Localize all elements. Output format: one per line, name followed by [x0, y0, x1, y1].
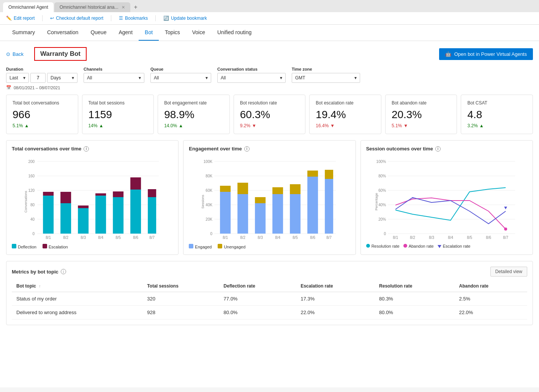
- svg-rect-53: [255, 197, 266, 203]
- engagement-chart: 100K 80K 60K 40K 20K 0 Sessions: [189, 156, 350, 240]
- svg-rect-50: [237, 194, 248, 234]
- table-header: Metrics by bot topic i Detailed view: [12, 267, 527, 277]
- kpi-change-4: 16.4% ▼: [316, 123, 375, 128]
- filters-row: Duration Last ▾ Days ▾ Channels All ▾ Q: [6, 67, 533, 83]
- session-outcomes-chart-title: Session outcomes over time i: [366, 146, 527, 152]
- bookmarks-icon: ☰: [119, 16, 123, 21]
- queue-filter: Queue All ▾: [150, 67, 211, 83]
- svg-rect-52: [255, 203, 266, 234]
- bookmarks-button[interactable]: ☰ Bookmarks: [119, 16, 148, 21]
- svg-text:8/6: 8/6: [310, 236, 316, 240]
- tab-unified-routing[interactable]: Unified routing: [211, 25, 258, 41]
- tab-summary[interactable]: Summary: [6, 25, 41, 41]
- row-deflection: 80.0%: [219, 306, 296, 319]
- tab-topics[interactable]: Topics: [159, 25, 186, 41]
- svg-rect-13: [43, 196, 54, 234]
- svg-rect-25: [148, 197, 156, 234]
- svg-text:8/7: 8/7: [503, 236, 508, 240]
- svg-text:8/5: 8/5: [293, 236, 298, 240]
- kpi-resolution-rate: Bot resolution rate 60.3% 9.2% ▼: [234, 95, 306, 134]
- svg-text:80K: 80K: [206, 174, 213, 178]
- browser-tab-inactive[interactable]: Omnichannel historical ana... ✕: [54, 2, 130, 12]
- tab-queue[interactable]: Queue: [84, 25, 112, 41]
- channels-select[interactable]: All ▾: [84, 73, 144, 83]
- timezone-select[interactable]: GMT ▾: [292, 73, 360, 83]
- back-button[interactable]: ⊙ Back: [6, 51, 24, 57]
- svg-text:8/2: 8/2: [63, 236, 68, 240]
- svg-text:100%: 100%: [376, 160, 386, 164]
- duration-unit-select[interactable]: Days ▾: [47, 73, 77, 83]
- kpi-total-conversations: Total bot conversations 966 5.1% ▲: [6, 95, 78, 134]
- conversations-legend: Deflection Escalation: [12, 244, 173, 249]
- svg-text:8/3: 8/3: [258, 236, 263, 240]
- row-topic: Status of my order: [12, 292, 142, 306]
- conversations-chart-panel: Total conversations over time i 200 160 …: [6, 140, 179, 255]
- checkout-default-button[interactable]: ↩ Checkout default report: [50, 16, 103, 21]
- detailed-view-button[interactable]: Detailed view: [490, 267, 527, 277]
- tab-conversation[interactable]: Conversation: [41, 25, 85, 41]
- svg-text:8/3: 8/3: [81, 236, 86, 240]
- up-arrow-icon: ▲: [179, 123, 183, 128]
- svg-rect-21: [113, 197, 123, 234]
- conversation-status-filter: Conversation status All ▾: [217, 67, 286, 83]
- browser-tab-active[interactable]: Omnichannel Agent: [3, 2, 54, 12]
- up-arrow-icon: ▲: [24, 123, 29, 128]
- svg-text:80%: 80%: [378, 174, 386, 178]
- svg-rect-56: [290, 194, 300, 234]
- sort-icon: ↑: [39, 284, 41, 288]
- svg-rect-17: [78, 208, 89, 234]
- svg-text:40K: 40K: [206, 203, 213, 207]
- row-topic: Delivered to wrong address: [12, 306, 142, 319]
- tab-voice[interactable]: Voice: [186, 25, 211, 41]
- update-bookmark-button[interactable]: 🔄 Update bookmark: [163, 16, 207, 21]
- kpi-change-3: 9.2% ▼: [240, 123, 299, 128]
- svg-rect-22: [113, 191, 123, 197]
- chevron-down-icon: ▾: [139, 75, 141, 81]
- row-escalation: 22.0%: [296, 306, 375, 319]
- svg-text:60K: 60K: [206, 188, 213, 193]
- kpi-total-sessions: Total bot sessions 1159 14% ▲: [82, 95, 154, 134]
- svg-text:160: 160: [28, 174, 35, 178]
- nav-tabs: Summary Conversation Queue Agent Bot Top…: [0, 25, 539, 41]
- tab-bot[interactable]: Bot: [139, 25, 159, 41]
- tab-agent[interactable]: Agent: [112, 25, 139, 41]
- new-tab-button[interactable]: +: [131, 2, 141, 12]
- svg-rect-55: [272, 187, 283, 194]
- timezone-filter: Time zone GMT ▾: [292, 67, 360, 83]
- chevron-down-icon: ▾: [23, 75, 25, 81]
- queue-select[interactable]: All ▾: [150, 73, 211, 83]
- svg-text:60%: 60%: [378, 188, 386, 193]
- col-escalation-rate: Escalation rate: [296, 280, 375, 292]
- svg-text:8/4: 8/4: [98, 236, 103, 240]
- svg-rect-57: [290, 184, 300, 194]
- col-bot-topic: Bot topic ↑: [12, 280, 142, 292]
- session-outcomes-chart: 100% 80% 60% 40% 20% 0 Percentage: [366, 156, 527, 240]
- toolbar-divider-2: [111, 15, 111, 21]
- row-resolution: 80.0%: [375, 306, 454, 319]
- svg-text:8/7: 8/7: [149, 236, 155, 240]
- tab-close-icon[interactable]: ✕: [122, 5, 125, 10]
- engagement-chart-panel: Engagement over time i 100K 80K 60K 40K …: [183, 140, 356, 255]
- svg-rect-49: [220, 186, 231, 192]
- svg-text:20K: 20K: [206, 217, 213, 221]
- toolbar-divider-1: [42, 15, 43, 21]
- conversation-status-select[interactable]: All ▾: [217, 73, 286, 83]
- edit-report-button[interactable]: ✏️ Edit report: [6, 16, 35, 21]
- calendar-icon: 📅: [6, 85, 11, 90]
- svg-rect-59: [307, 171, 318, 177]
- svg-marker-84: [504, 207, 507, 209]
- duration-preset-select[interactable]: Last ▾: [6, 73, 29, 83]
- session-outcomes-legend: Resolution rate Abandon rate Escalation …: [366, 244, 527, 248]
- col-resolution-rate: Resolution rate: [375, 280, 454, 292]
- duration-value-input[interactable]: [30, 73, 46, 83]
- info-icon: i: [84, 146, 89, 152]
- svg-text:0: 0: [384, 232, 386, 236]
- table-row: Status of my order 320 77.0% 17.3% 80.3%…: [12, 292, 527, 306]
- info-icon: i: [244, 146, 250, 152]
- metrics-table-section: Metrics by bot topic i Detailed view Bot…: [6, 261, 533, 325]
- svg-rect-14: [43, 192, 54, 196]
- channels-filter: Channels All ▾: [84, 67, 144, 83]
- open-bot-button[interactable]: 🤖 Open bot in Power Virtual Agents: [439, 48, 533, 60]
- page-title: Warranty Bot: [34, 47, 87, 61]
- svg-text:200: 200: [28, 160, 35, 164]
